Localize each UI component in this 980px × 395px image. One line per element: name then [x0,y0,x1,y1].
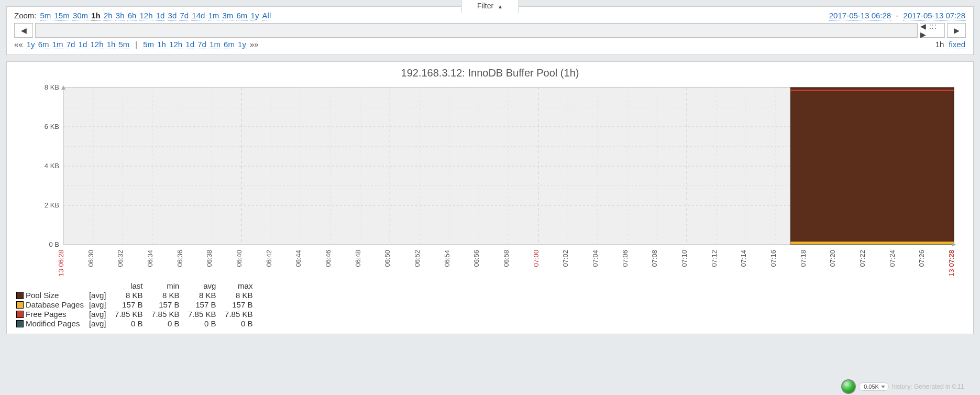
slider-track[interactable] [35,23,918,38]
svg-text:06:52: 06:52 [413,250,421,267]
nav-mode[interactable]: fixed [948,40,966,49]
legend-swatch [16,320,24,327]
legend-swatch [16,301,24,309]
zoom-option-15m[interactable]: 15m [54,11,70,20]
nav-back-double[interactable]: «« [14,40,23,49]
daterange-from[interactable]: 2017-05-13 06:28 [829,11,891,20]
nav-back-5m[interactable]: 5m [118,40,130,49]
zoom-option-All[interactable]: All [262,11,272,20]
nav-back-7d[interactable]: 7d [66,40,76,49]
svg-rect-79 [790,242,954,245]
nav-back-12h[interactable]: 12h [90,40,104,49]
svg-text:07:20: 07:20 [829,250,836,267]
zoom-option-6h[interactable]: 6h [127,11,137,20]
zoom-option-30m[interactable]: 30m [72,11,89,20]
zoom-option-14d[interactable]: 14d [191,11,205,20]
legend-agg: [avg] [89,319,112,328]
nav-fwd-1y[interactable]: 1y [237,40,247,49]
legend-agg: [avg] [89,310,112,319]
slider-range-button[interactable]: ◀ ::: ▶ [920,23,945,38]
nav-fwd-1m[interactable]: 1m [209,40,221,49]
daterange-to[interactable]: 2017-05-13 07:28 [903,11,966,20]
svg-text:06:56: 06:56 [472,250,480,267]
chevron-up-icon: ▲ [498,2,503,12]
legend-agg: [avg] [89,300,112,310]
zoom-option-7d[interactable]: 7d [179,11,189,20]
legend-last: 8 KB [111,291,148,300]
legend-avg: 157 B [184,300,221,310]
svg-text:07:06: 07:06 [621,250,629,267]
nav-fwd-1d[interactable]: 1d [185,40,195,49]
legend-col-avg: avg [184,281,221,291]
legend-avg: 0 B [184,319,221,328]
legend-agg: [avg] [89,291,112,300]
nav-fwd-double[interactable]: »» [250,40,259,49]
nav-back-6m[interactable]: 6m [38,40,50,49]
legend-min: 0 B [148,319,184,328]
zoom-option-1m[interactable]: 1m [208,11,220,20]
legend-series-name: Free Pages [26,310,67,319]
filter-tab[interactable]: Filter ▲ [461,0,519,13]
zoom-option-3d[interactable]: 3d [168,11,178,20]
svg-text:06:38: 06:38 [205,250,213,267]
daterange-sep: - [894,11,900,20]
legend-max: 8 KB [221,291,258,300]
zoom-option-3m[interactable]: 3m [222,11,234,20]
nav-fwd-5m[interactable]: 5m [142,40,155,49]
nav-fwd-6m[interactable]: 6m [223,40,235,49]
zoom-option-6m[interactable]: 6m [236,11,248,20]
svg-text:07:14: 07:14 [740,250,747,267]
legend-swatch [16,292,24,299]
svg-text:06:40: 06:40 [235,250,243,267]
svg-rect-77 [790,87,954,245]
svg-text:06:54: 06:54 [443,250,450,267]
zoom-option-3h[interactable]: 3h [115,11,125,20]
svg-text:06:44: 06:44 [294,250,302,267]
svg-text:06:46: 06:46 [324,250,332,267]
svg-text:8 KB: 8 KB [44,83,59,91]
nav-back-1h[interactable]: 1h [106,40,116,49]
nav-current: 1h [935,40,944,49]
nav-back-1m[interactable]: 1m [52,40,64,49]
svg-text:2 KB: 2 KB [44,201,59,209]
zoom-option-1y[interactable]: 1y [250,11,260,20]
nav-back-1d[interactable]: 1d [78,40,88,49]
legend-max: 157 B [221,300,258,310]
svg-text:07:12: 07:12 [710,250,718,267]
legend-series-name: Pool Size [26,291,59,300]
legend-table: lastminavgmax Pool Size[avg]8 KB8 KB8 KB… [16,281,258,328]
legend-series-name: Modified Pages [26,319,80,328]
zoom-option-1h[interactable]: 1h [91,11,101,20]
legend-col-blank0 [16,281,89,291]
legend-row: Pool Size[avg]8 KB8 KB8 KB8 KB [16,291,258,300]
zoom-option-5m[interactable]: 5m [40,11,52,20]
slider-next-button[interactable]: ▶ [947,23,966,38]
legend-avg: 7.85 KB [184,310,221,319]
legend-series-name: Database Pages [26,300,84,309]
svg-text:06:32: 06:32 [116,250,124,267]
zoom-option-12h[interactable]: 12h [139,11,153,20]
svg-text:06:42: 06:42 [265,250,272,267]
time-slider-row: ◀ ◀ ::: ▶ ▶ [14,23,966,38]
zoom-option-2h[interactable]: 2h [103,11,113,20]
legend-max: 7.85 KB [221,310,258,319]
svg-text:06:36: 06:36 [175,250,183,267]
svg-text:06:34: 06:34 [146,250,154,267]
svg-text:6 KB: 6 KB [44,123,59,130]
zoom-option-1d[interactable]: 1d [156,11,166,20]
nav-fwd-7d[interactable]: 7d [197,40,207,49]
svg-text:0 B: 0 B [49,240,59,248]
chart-title: 192.168.3.12: InnoDB Buffer Pool (1h) [13,67,967,79]
slider-prev-button[interactable]: ◀ [14,23,33,38]
nav-fwd-12h[interactable]: 12h [169,40,183,49]
legend-last: 0 B [111,319,148,328]
svg-text:07:18: 07:18 [799,250,807,267]
legend-row: Free Pages[avg]7.85 KB7.85 KB7.85 KB7.85… [16,310,258,319]
nav-back-1y[interactable]: 1y [26,40,36,49]
legend-last: 157 B [111,300,148,310]
legend-row: Database Pages[avg]157 B157 B157 B157 B [16,300,258,310]
svg-text:05-13 07:28: 05-13 07:28 [948,250,955,276]
nav-fwd-1h[interactable]: 1h [157,40,167,49]
svg-text:07:22: 07:22 [858,250,866,267]
svg-text:07:16: 07:16 [769,250,777,267]
